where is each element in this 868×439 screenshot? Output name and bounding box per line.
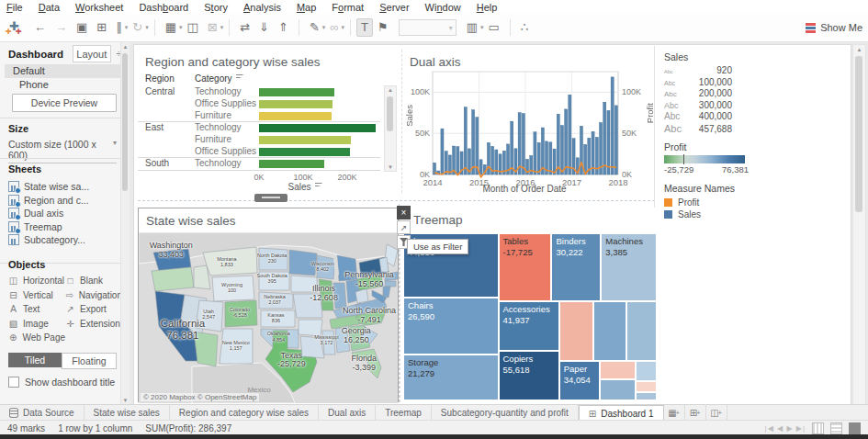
show-sheet-sorter-icon[interactable] [849,422,861,434]
treemap-cell[interactable] [636,381,657,392]
tab-data-source[interactable]: Data Source [0,405,85,421]
undo-icon[interactable]: ← [29,17,51,38]
sort-icon[interactable] [236,74,243,81]
menu-window[interactable]: Window [425,2,461,13]
menu-data[interactable]: Data [39,2,60,13]
treemap-cell[interactable] [600,361,636,379]
object-extension[interactable]: ✛Extension [65,317,122,332]
treemap-cell-binders[interactable]: Binders30,222 [551,233,601,301]
measure-legend-item[interactable]: Sales [664,208,761,220]
view-state-wise-sales[interactable]: State wise sales [138,208,399,402]
object-horizontal[interactable]: ◫Horizontal [8,274,65,288]
menu-map[interactable]: Map [297,2,316,13]
new-worksheet-tab-button[interactable]: ▦+ [664,405,685,421]
sort-icon[interactable] [315,183,322,189]
us-choropleth-map[interactable]: Washington33,403Montana1,833North Dakota… [139,232,398,403]
object-image[interactable]: ▧Image [8,317,65,332]
sidebar-sheet-item[interactable]: Treemap [8,220,118,234]
remove-zone-button[interactable]: × [397,206,411,220]
measure-legend-item[interactable]: Profit [664,197,761,208]
object-blank[interactable]: □Blank [65,274,122,288]
chevron-down-icon[interactable]: ▾ [342,24,345,31]
tab-layout[interactable]: Layout [73,45,110,62]
redo-icon[interactable]: → [51,17,72,38]
device-default-item[interactable]: Default [5,64,125,78]
treemap-cell[interactable] [636,392,657,400]
object-navigation[interactable]: ⇨Navigation [65,288,122,303]
sort-descending-icon[interactable]: ⇑ [274,17,293,38]
floating-button[interactable]: Floating [62,353,117,369]
sort-ascending-icon[interactable]: ⇓ [254,17,274,38]
new-worksheet-icon[interactable]: ▦ [161,17,181,38]
clear-sheet-icon[interactable]: ⊠ [203,17,222,38]
x-axis-label[interactable]: Sales [259,182,351,192]
new-story-tab-button[interactable]: ◫+ [706,405,727,421]
menu-dashboard[interactable]: Dashboard [139,2,188,13]
show-dashboard-title-checkbox[interactable] [8,377,19,388]
object-vertical[interactable]: ⊟Vertical [8,288,65,303]
swap-rows-columns-icon[interactable]: ⇄ [235,17,254,38]
treemap-cell-copiers[interactable]: Copiers55,618 [499,351,559,400]
canvas-scrollbar[interactable]: ▲ [852,44,866,405]
menu-help[interactable]: Help [477,2,498,13]
sidebar-sheet-item[interactable]: Subcategory... [8,233,118,247]
dual-axis-plot[interactable] [402,50,657,193]
sales-bar[interactable] [259,88,334,96]
fit-dropdown[interactable]: ▾ [399,19,457,36]
save-icon[interactable]: ▣ [72,17,92,38]
presentation-mode-icon[interactable]: ▭ [484,17,504,38]
chevron-down-icon[interactable]: ▾ [145,24,149,31]
chevron-down-icon[interactable]: ▾ [220,24,224,31]
sales-bar[interactable] [259,160,324,168]
menu-analysis[interactable]: Analysis [243,2,281,13]
object-web-page[interactable]: ⊕Web Page [8,331,65,345]
treemap-cell[interactable] [559,301,593,362]
treemap-cell-storage[interactable]: Storage21,279 [403,355,499,400]
new-data-source-icon[interactable]: ⊞ [92,17,111,38]
category-column-header[interactable]: Category [195,73,243,84]
show-me-button[interactable]: Show Me [806,22,862,33]
menu-server[interactable]: Server [379,2,409,13]
tab-dual-axis[interactable]: Dual axis [319,405,376,421]
fix-map-icon[interactable]: ⚑ [373,17,393,38]
sales-bar[interactable] [259,112,332,120]
tab-dashboard[interactable]: Dashboard [0,49,63,60]
menu-file[interactable]: File [6,2,23,13]
treemap-cell-machines[interactable]: Machines3,385 [601,233,657,301]
highlight-icon[interactable]: ✎ [305,17,324,38]
treemap-cell-chairs[interactable]: Chairs26,590 [403,298,499,355]
state-OR[interactable] [152,267,194,291]
sales-bar[interactable] [259,100,333,108]
record-pager[interactable]: |◀ ◀ ▶ ▶| [765,424,806,433]
sales-bar[interactable] [259,148,350,156]
tab-subcategory-quantity-and-profit[interactable]: Subcategory-quantity and profit [432,405,579,421]
object-text[interactable]: AText [8,302,65,317]
tiled-button[interactable]: Tiled [8,353,62,367]
treemap-cell[interactable] [636,361,657,381]
tab-region-and-category-wise-sales[interactable]: Region and category wise sales [170,405,319,421]
show-tabs-view-icon[interactable] [812,422,824,434]
device-phone-item[interactable]: Phone [5,78,131,92]
sales-bar[interactable] [259,124,376,132]
show-filmstrip-view-icon[interactable] [830,422,842,434]
new-dashboard-tab-button[interactable]: ⊞+ [685,405,706,421]
treemap-cell-paper[interactable]: Paper34,054 [559,361,600,400]
sidebar-scrollbar[interactable]: ▲ ▼ [120,42,130,405]
text-label-icon[interactable]: T [356,18,373,37]
menu-format[interactable]: Format [332,2,364,13]
menu-story[interactable]: Story [204,2,228,13]
object-export[interactable]: ↗Export [65,302,122,317]
run-update-icon[interactable]: ↻ [128,17,147,38]
share-icon[interactable]: ∴ [516,17,533,38]
duplicate-icon[interactable]: ◫ [182,17,202,38]
go-to-sheet-button[interactable]: ↗ [397,220,411,234]
tab-treemap[interactable]: Treemap [376,405,432,421]
tab-dashboard-1[interactable]: ⊞Dashboard 1 [579,405,664,421]
sales-bar[interactable] [259,136,351,144]
sidebar-sheet-item[interactable]: State wise sa... [8,180,118,194]
sidebar-sheet-item[interactable]: Region and c... [8,194,118,208]
region-column-header[interactable]: Region [145,73,175,84]
menu-worksheet[interactable]: Worksheet [75,2,123,13]
treemap-cell[interactable] [626,301,657,362]
device-preview-button[interactable]: Device Preview [12,94,117,112]
